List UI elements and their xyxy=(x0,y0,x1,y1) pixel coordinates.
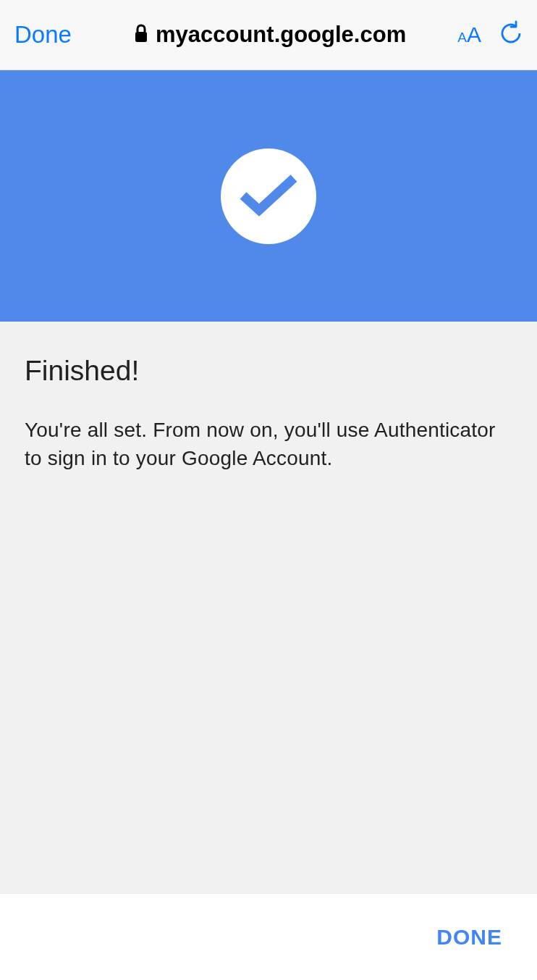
success-checkmark-circle xyxy=(221,148,316,244)
url-bar[interactable]: myacc﻿ount.google.com xyxy=(93,22,447,48)
hero-banner xyxy=(0,70,537,322)
url-text: myacc﻿ount.google.com xyxy=(156,22,406,48)
footer-bar: DONE xyxy=(0,893,537,980)
lock-icon xyxy=(134,24,148,46)
browser-toolbar: Done myacc﻿ount.google.com AA xyxy=(0,0,537,70)
page-body-text: You're all set. From now on, you'll use … xyxy=(25,416,512,472)
text-size-large-label: A xyxy=(467,22,481,47)
page-heading: Finished! xyxy=(25,355,512,387)
reload-icon[interactable] xyxy=(499,20,523,49)
checkmark-icon xyxy=(239,172,298,220)
done-button[interactable]: DONE xyxy=(436,925,502,950)
svg-rect-0 xyxy=(135,32,147,42)
text-size-button[interactable]: AA xyxy=(457,22,481,47)
text-size-small-label: A xyxy=(457,30,467,46)
content-area: Finished! You're all set. From now on, y… xyxy=(0,322,537,472)
browser-done-link[interactable]: Done xyxy=(14,21,72,49)
